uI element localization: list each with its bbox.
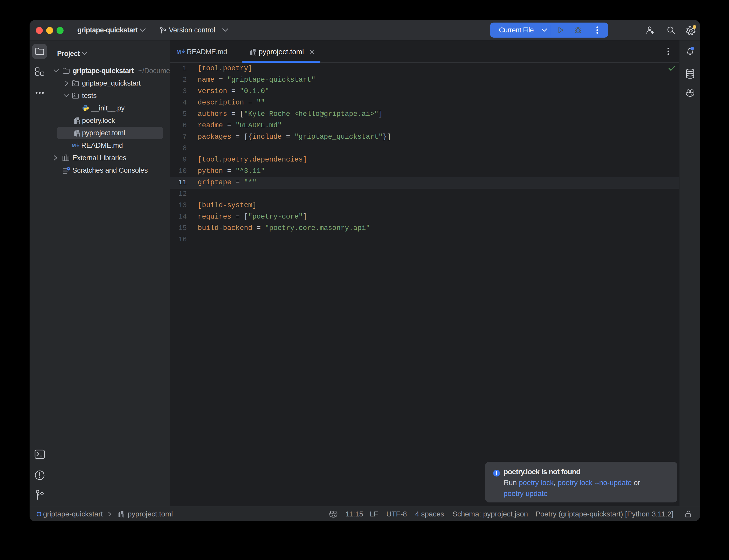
svg-text:M: M (176, 49, 181, 55)
svg-text:M: M (72, 143, 76, 148)
